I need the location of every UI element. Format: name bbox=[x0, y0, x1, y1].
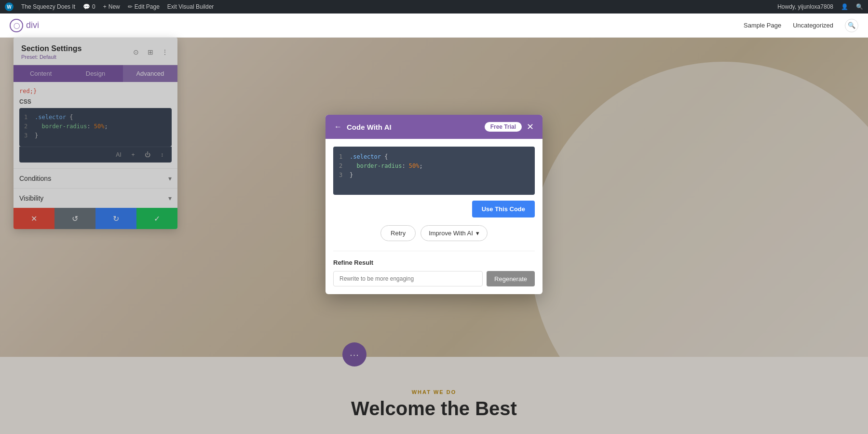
nav-sample-page[interactable]: Sample Page bbox=[744, 22, 781, 29]
code-with-ai-modal: ← Code With AI Free Trial ✕ 1 .selector … bbox=[326, 115, 542, 294]
admin-bar-site-name[interactable]: The Squeezy Does It bbox=[21, 3, 75, 10]
admin-bar-wp-logo[interactable]: W bbox=[5, 2, 14, 11]
modal-header: ← Code With AI Free Trial ✕ bbox=[326, 115, 542, 139]
admin-bar-right: Howdy, yijunloxa7808 👤 🔍 bbox=[777, 3, 863, 10]
free-trial-badge[interactable]: Free Trial bbox=[485, 122, 522, 132]
edit-icon: ✏ bbox=[128, 3, 133, 10]
modal-close-icon[interactable]: ✕ bbox=[527, 122, 534, 132]
use-this-code-area: Use This Code bbox=[333, 201, 535, 217]
modal-body: 1 .selector { 2 border-radius: 50%; 3 } … bbox=[326, 139, 542, 294]
refine-input-row: Regenerate bbox=[333, 271, 535, 286]
new-item-icon: + bbox=[103, 3, 107, 10]
comment-count: 0 bbox=[92, 3, 95, 10]
admin-bar-exit-builder[interactable]: Exit Visual Builder bbox=[167, 3, 214, 10]
retry-button[interactable]: Retry bbox=[380, 225, 416, 241]
user-avatar-icon: 👤 bbox=[841, 3, 848, 10]
divi-logo: ◯ divi bbox=[10, 19, 39, 32]
modal-code-line-3: 3 } bbox=[339, 171, 529, 180]
improve-with-ai-button[interactable]: Improve With AI ▾ bbox=[420, 225, 488, 241]
modal-code-line-1: 1 .selector { bbox=[339, 152, 529, 162]
exit-builder-label: Exit Visual Builder bbox=[167, 3, 214, 10]
admin-bar: W The Squeezy Does It 💬 0 + New ✏ Edit P… bbox=[0, 0, 868, 14]
refine-result-label: Refine Result bbox=[333, 259, 535, 266]
wp-logo-icon: W bbox=[5, 2, 14, 11]
admin-bar-new[interactable]: + New bbox=[103, 3, 120, 10]
modal-title: Code With AI bbox=[347, 123, 392, 131]
modal-code-line-2: 2 border-radius: 50%; bbox=[339, 162, 529, 171]
refine-result-section: Refine Result Regenerate bbox=[333, 251, 535, 286]
improve-dropdown-icon: ▾ bbox=[476, 230, 479, 237]
admin-bar-edit-page[interactable]: ✏ Edit Page bbox=[128, 3, 160, 10]
refine-input[interactable] bbox=[333, 271, 483, 286]
modal-header-right: Free Trial ✕ bbox=[485, 122, 534, 132]
admin-bar-comments[interactable]: 💬 0 bbox=[83, 3, 95, 10]
divi-logo-icon: ◯ bbox=[10, 19, 23, 32]
new-label: New bbox=[108, 3, 120, 10]
edit-page-label: Edit Page bbox=[135, 3, 160, 10]
modal-back-icon[interactable]: ← bbox=[334, 122, 342, 131]
modal-title-area: ← Code With AI bbox=[334, 122, 392, 131]
search-icon[interactable]: 🔍 bbox=[856, 3, 863, 10]
use-this-code-button[interactable]: Use This Code bbox=[472, 201, 535, 217]
regenerate-button[interactable]: Regenerate bbox=[487, 271, 535, 286]
modal-overlay: ← Code With AI Free Trial ✕ 1 .selector … bbox=[0, 38, 868, 434]
action-buttons-row: Retry Improve With AI ▾ bbox=[333, 225, 535, 241]
site-nav: Sample Page Uncategorized 🔍 bbox=[744, 19, 858, 32]
nav-uncategorized[interactable]: Uncategorized bbox=[793, 22, 833, 29]
user-greeting: Howdy, yijunloxa7808 bbox=[777, 3, 833, 10]
comment-bubble-icon: 💬 bbox=[83, 3, 90, 10]
site-search-button[interactable]: 🔍 bbox=[845, 19, 858, 32]
site-header: ◯ divi Sample Page Uncategorized 🔍 bbox=[0, 14, 868, 38]
divi-logo-text: divi bbox=[26, 20, 39, 30]
modal-code-editor[interactable]: 1 .selector { 2 border-radius: 50%; 3 } bbox=[333, 147, 535, 195]
site-name-label: The Squeezy Does It bbox=[21, 3, 75, 10]
